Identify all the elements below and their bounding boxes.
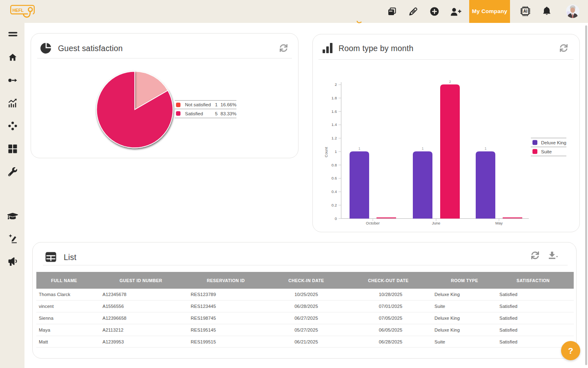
svg-text:1: 1 [422, 146, 424, 150]
svg-text:1.8: 1.8 [332, 96, 337, 100]
svg-text:Suite: Suite [541, 149, 552, 154]
svg-text:Count: Count [324, 147, 328, 157]
svg-text:1: 1 [359, 146, 361, 150]
svg-text:1: 1 [335, 149, 337, 154]
svg-text:1.6: 1.6 [332, 109, 337, 114]
svg-text:2: 2 [449, 80, 451, 84]
svg-text:1.2: 1.2 [332, 136, 337, 140]
svg-text:2: 2 [335, 82, 337, 87]
svg-text:October: October [366, 221, 380, 225]
svg-text:1.4: 1.4 [332, 122, 337, 127]
svg-text:0.4: 0.4 [332, 189, 337, 194]
svg-text:May: May [495, 221, 503, 225]
svg-text:0: 0 [335, 216, 337, 221]
svg-text:0.8: 0.8 [332, 163, 337, 167]
svg-text:Deluxe King: Deluxe King [541, 140, 566, 145]
svg-text:0.2: 0.2 [332, 203, 337, 207]
svg-text:HEFL: HEFL [12, 8, 24, 13]
svg-text:1: 1 [485, 146, 487, 150]
svg-text:AI: AI [523, 9, 528, 13]
svg-text:0.6: 0.6 [332, 176, 337, 180]
svg-text:June: June [432, 221, 441, 225]
